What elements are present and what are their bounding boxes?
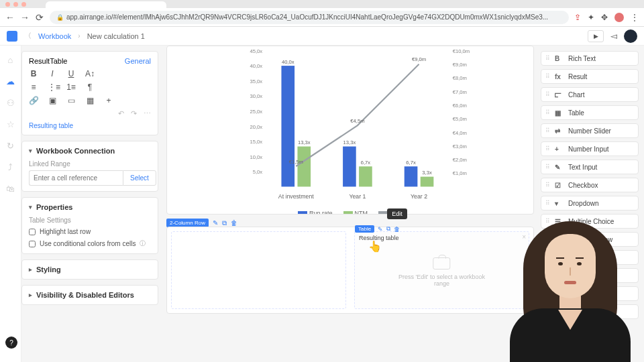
rail-cart-icon[interactable]: 🛍 [6, 184, 15, 193]
reload-button[interactable]: ⟳ [35, 13, 44, 22]
forward-button[interactable]: → [20, 13, 30, 22]
table-duplicate-icon[interactable]: ⧉ [386, 225, 390, 233]
font-size-button[interactable]: A↕ [85, 69, 95, 78]
back-caret-icon[interactable]: 〈 [24, 31, 32, 41]
highlight-last-row-checkbox[interactable] [29, 229, 36, 235]
table-edit-icon[interactable]: ✎ Edit [378, 226, 383, 233]
breadcrumb-separator: › [78, 32, 80, 40]
component-checkbox[interactable]: ⠿☑Checkbox [541, 178, 639, 192]
rail-home-icon[interactable]: ⌂ [6, 55, 15, 64]
italic-button[interactable]: I [48, 69, 57, 78]
general-tab[interactable]: General [125, 57, 151, 65]
chevron-right-icon[interactable]: ▸ [29, 266, 32, 273]
undo-button[interactable]: ↶ [118, 109, 124, 118]
chevron-right-icon[interactable]: ▸ [29, 292, 32, 298]
component-icon: + [555, 145, 563, 153]
component-result[interactable]: ⠿fxResult [541, 69, 639, 84]
table-settings-label: Table Settings [29, 217, 151, 224]
chevron-down-icon[interactable]: ▾ [29, 204, 32, 210]
component-label: 2-Column Row [568, 236, 612, 243]
image-button[interactable]: ▣ [48, 96, 57, 105]
component-rich-text[interactable]: ⠿BRich Text [541, 51, 639, 66]
component-2-column-row[interactable]: ⠿#2-Column Row [541, 232, 639, 247]
drag-handle-icon: ⠿ [545, 127, 549, 134]
app-logo[interactable] [7, 31, 17, 42]
link-button[interactable]: 🔗 [29, 96, 38, 105]
rail-cloud-icon[interactable]: ☁ [6, 76, 15, 86]
bold-button[interactable]: B [29, 69, 38, 78]
drag-handle-icon: ⠿ [545, 145, 549, 152]
chevron-down-icon[interactable]: ▾ [29, 147, 32, 154]
play-button[interactable]: ▶ [588, 30, 604, 42]
rail-history-icon[interactable]: ↻ [6, 141, 15, 150]
redo-button[interactable]: ↷ [131, 109, 137, 118]
underline-button[interactable]: U [66, 69, 76, 78]
table-button[interactable]: ▦ [85, 96, 95, 105]
share-icon[interactable]: ⇪ [574, 13, 581, 22]
chart-block[interactable]: 5,0x10,0x15,0x20,0x25,0x30,0x35,0x40,0x4… [166, 46, 534, 215]
add-button[interactable]: + [104, 96, 113, 105]
indent-button[interactable]: ¶ [85, 82, 95, 92]
component-3-column-row[interactable]: ⠿#3-Column Row [541, 250, 639, 265]
row-cell-left[interactable] [171, 231, 346, 309]
extensions-icon[interactable]: ✦ [588, 13, 594, 22]
url-bar[interactable]: 🔒app.airrange.io/#/element/lMhAjw6sCJhhM… [50, 11, 569, 24]
table-dismiss-icon[interactable]: × [522, 233, 526, 241]
component-number-slider[interactable]: ⠿⇄Number Slider [541, 123, 639, 138]
component-icon: ⇄ [555, 127, 563, 135]
menu-icon[interactable]: ⋮ [631, 13, 639, 22]
puzzle-icon[interactable]: ✥ [601, 13, 608, 22]
legend-item: NTM [343, 210, 368, 215]
user-avatar[interactable] [624, 29, 637, 43]
component-multiple-choice[interactable]: ⠿☰Multiple Choice [541, 214, 639, 229]
announce-icon[interactable]: ◅ [610, 31, 617, 41]
table-delete-icon[interactable]: 🗑 [394, 226, 400, 233]
row-cell-right[interactable]: Table ✎ Edit ⧉ 🗑 Resulting table × Press… [354, 231, 529, 309]
back-button[interactable]: ← [5, 13, 15, 22]
component-dropdown[interactable]: ⠿▾Dropdown [541, 196, 639, 210]
component-chart[interactable]: ⠿⫍Chart [541, 87, 639, 102]
svg-rect-31 [421, 177, 434, 187]
rail-share-icon[interactable]: ⤴ [6, 162, 15, 172]
delete-row-icon[interactable]: 🗑 [231, 219, 237, 227]
info-icon[interactable]: ⓘ [140, 239, 146, 248]
svg-text:3,3x: 3,3x [422, 170, 432, 176]
cell-reference-input[interactable] [29, 170, 123, 186]
drag-handle-icon: ⠿ [545, 55, 549, 62]
rail-star-icon[interactable]: ☆ [6, 119, 15, 129]
component-6-column-row[interactable]: ⠿#6-Column Row [541, 304, 639, 319]
duplicate-row-icon[interactable]: ⧉ [222, 219, 227, 227]
resulting-table-link[interactable]: Resulting table [29, 122, 151, 129]
svg-text:At investment: At investment [278, 193, 314, 200]
component-icon: ☰ [555, 218, 563, 225]
component-icon: B [555, 55, 563, 62]
svg-text:6,7x: 6,7x [361, 160, 371, 166]
component-4-column-row[interactable]: ⠿#4-Column Row [541, 268, 639, 283]
more-button[interactable]: ⋯ [144, 109, 151, 118]
table-block-title: Resulting table [359, 235, 399, 241]
drag-handle-icon: ⠿ [545, 236, 549, 243]
rail-people-icon[interactable]: ⚇ [6, 98, 15, 107]
video-button[interactable]: ▭ [66, 96, 76, 105]
list-ul-button[interactable]: ⋮≡ [48, 82, 57, 92]
list-ol-button[interactable]: 1≡ [66, 82, 76, 92]
drag-handle-icon: ⠿ [545, 109, 549, 116]
two-column-row-block[interactable]: Table ✎ Edit ⧉ 🗑 Resulting table × Press… [166, 227, 534, 314]
edit-row-icon[interactable]: ✎ [213, 219, 218, 227]
component-icon: # [555, 254, 563, 261]
component-table[interactable]: ⠿▦Table [541, 105, 639, 120]
drag-handle-icon: ⠿ [545, 182, 549, 188]
svg-text:20,0x: 20,0x [250, 124, 262, 130]
lock-icon: 🔒 [56, 14, 64, 21]
component-5-column-row[interactable]: ⠿#5-Column Row [541, 286, 639, 301]
component-number-input[interactable]: ⠿+Number Input [541, 141, 639, 156]
profile-icon[interactable] [614, 13, 624, 22]
conditional-colors-checkbox[interactable] [29, 241, 36, 247]
component-text-input[interactable]: ⠿✎Text Input [541, 160, 639, 174]
component-icon: ▾ [555, 200, 563, 207]
breadcrumb-workbook[interactable]: Workbook [38, 32, 71, 40]
align-button[interactable]: ≡ [29, 82, 38, 92]
select-range-button[interactable]: Select [123, 170, 156, 186]
browser-tab[interactable] [46, 1, 166, 8]
help-fab[interactable]: ? [5, 337, 17, 349]
